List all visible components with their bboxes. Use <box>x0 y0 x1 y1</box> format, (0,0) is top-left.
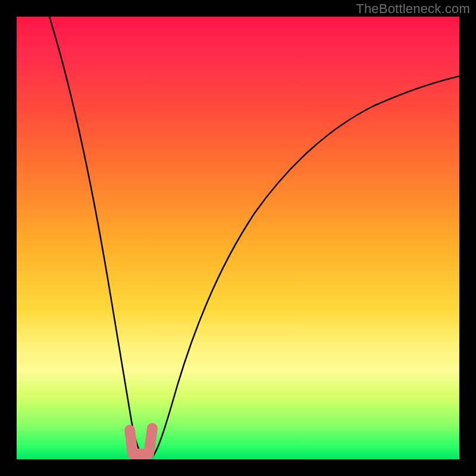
bottleneck-curve <box>49 17 459 457</box>
highlight-band <box>130 428 152 454</box>
chart-plot-area <box>17 17 459 459</box>
watermark-text: TheBottleneck.com <box>356 1 470 17</box>
curve-svg <box>17 17 459 459</box>
chart-frame: TheBottleneck.com <box>0 0 476 476</box>
